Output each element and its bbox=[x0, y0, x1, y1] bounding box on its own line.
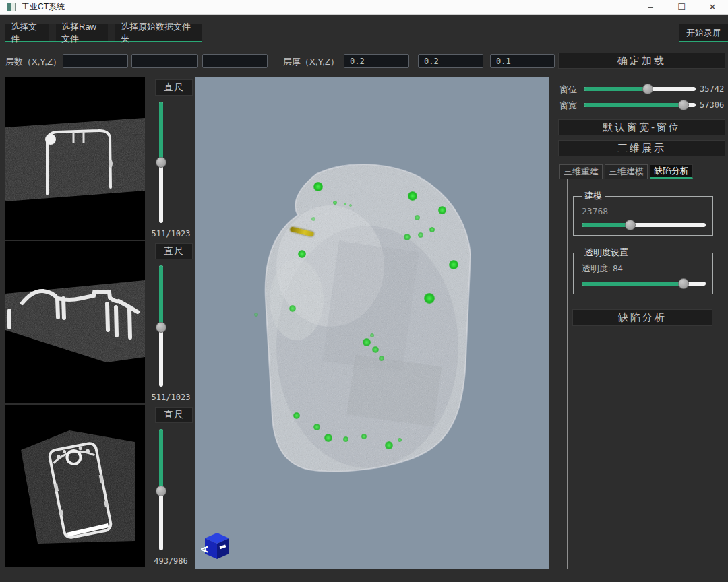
defect-marker bbox=[361, 434, 367, 439]
slice-slider-1: 直尺 511/1023 bbox=[146, 77, 195, 240]
tab-defect-analysis[interactable]: 缺陷分析 bbox=[650, 164, 693, 179]
defect-marker bbox=[408, 191, 417, 201]
defect-marker bbox=[313, 182, 323, 191]
defect-marker bbox=[293, 412, 300, 419]
modeling-slider-knob[interactable] bbox=[625, 220, 636, 230]
opacity-group-title: 透明度设置 bbox=[582, 247, 631, 259]
defect-marker bbox=[311, 217, 315, 221]
close-icon[interactable]: ✕ bbox=[697, 0, 728, 15]
layers-z-input[interactable] bbox=[202, 54, 268, 68]
ruler-button-1[interactable]: 直尺 bbox=[155, 79, 193, 96]
defect-marker bbox=[438, 206, 446, 214]
modeling-group-title: 建模 bbox=[582, 190, 605, 202]
opacity-slider-knob[interactable] bbox=[678, 278, 689, 289]
slice-index-1: 511/1023 bbox=[146, 229, 195, 238]
thickness-y-input[interactable] bbox=[418, 54, 483, 68]
ct-slice-view-2[interactable] bbox=[5, 241, 145, 403]
window-level-slider[interactable] bbox=[584, 87, 696, 91]
defect-marker bbox=[363, 338, 371, 346]
slice-row-1: 直尺 511/1023 bbox=[5, 77, 195, 240]
analysis-tabs: 三维重建 三维建模 缺陷分析 bbox=[559, 164, 693, 179]
slice-slider-3: 直尺 493/986 bbox=[146, 405, 195, 567]
defect-marker bbox=[415, 215, 420, 220]
window-level-label: 窗位 bbox=[559, 84, 577, 96]
select-raw-file-button[interactable]: 选择Raw文件 bbox=[56, 24, 108, 41]
slice-slider-knob-3[interactable] bbox=[156, 486, 166, 496]
metal-artifact-marker bbox=[290, 226, 315, 237]
window-width-value: 57306 bbox=[700, 100, 724, 110]
select-file-button[interactable]: 选择文件 bbox=[5, 24, 49, 41]
ct-slice-view-3[interactable] bbox=[5, 405, 145, 567]
layers-y-input[interactable] bbox=[131, 54, 198, 68]
defect-marker bbox=[344, 203, 346, 205]
slice-slider-2: 直尺 511/1023 bbox=[146, 241, 195, 403]
minimize-icon[interactable]: – bbox=[635, 0, 666, 15]
slice-slider-track-2[interactable] bbox=[159, 265, 163, 387]
window-width-slider[interactable] bbox=[584, 103, 696, 107]
opacity-value-label: 透明度: 84 bbox=[582, 263, 706, 275]
window-level-knob[interactable] bbox=[642, 84, 653, 94]
modeling-group: 建模 23768 bbox=[573, 190, 713, 236]
thickness-z-input[interactable] bbox=[490, 54, 555, 68]
thickness-label: 层厚（X,Y,Z） bbox=[283, 56, 339, 68]
default-window-button[interactable]: 默认窗宽-窗位 bbox=[558, 119, 725, 135]
vendor-logo-cube: A bbox=[201, 530, 231, 560]
industrial-ct-app: 工业CT系统 – ☐ ✕ 选择文件 选择Raw文件 选择原始数据文件夹 开始录屏… bbox=[0, 0, 728, 582]
start-recording-button[interactable]: 开始录屏 bbox=[679, 24, 728, 41]
logo-letter: A bbox=[201, 546, 210, 553]
defect-marker bbox=[404, 234, 411, 240]
defect-marker bbox=[398, 438, 402, 442]
defect-marker bbox=[333, 201, 337, 205]
defect-analysis-panel: 建模 23768 透明度设置 透明度: 84 bbox=[567, 179, 719, 569]
slice-slider-knob-2[interactable] bbox=[156, 322, 166, 333]
defect-marker bbox=[370, 333, 374, 337]
record-toolbar: 开始录屏 bbox=[679, 24, 728, 42]
defect-marker bbox=[449, 260, 458, 269]
display-3d-button[interactable]: 三维展示 bbox=[558, 140, 725, 156]
defect-layer bbox=[195, 77, 549, 569]
title-bar: 工业CT系统 – ☐ ✕ bbox=[0, 0, 728, 15]
defect-marker bbox=[424, 293, 435, 304]
defect-marker bbox=[379, 356, 384, 361]
slice-index-2: 511/1023 bbox=[146, 393, 195, 402]
defect-marker bbox=[343, 437, 348, 442]
window-width-label: 窗宽 bbox=[559, 100, 577, 112]
slice-row-3: 直尺 493/986 bbox=[5, 405, 195, 567]
thickness-x-input[interactable] bbox=[344, 54, 409, 68]
slice-row-2: 直尺 511/1023 bbox=[5, 241, 195, 403]
modeling-slider[interactable] bbox=[582, 223, 706, 227]
defect-marker bbox=[385, 441, 393, 449]
window-width-knob[interactable] bbox=[678, 100, 689, 110]
ruler-button-3[interactable]: 直尺 bbox=[155, 407, 193, 423]
ct-slice-view-1[interactable] bbox=[5, 77, 145, 240]
slice-slider-track-3[interactable] bbox=[159, 429, 163, 550]
defect-marker bbox=[289, 305, 296, 312]
slice-slider-knob-1[interactable] bbox=[156, 157, 166, 168]
tab-3d-modeling[interactable]: 三维建模 bbox=[605, 164, 648, 179]
defect-marker bbox=[372, 346, 379, 353]
defect-marker bbox=[429, 227, 435, 232]
defect-marker bbox=[254, 313, 258, 317]
confirm-load-button[interactable]: 确定加载 bbox=[558, 53, 725, 69]
opacity-slider[interactable] bbox=[582, 282, 706, 286]
ruler-button-2[interactable]: 直尺 bbox=[155, 243, 193, 259]
defect-marker bbox=[349, 204, 352, 207]
slice-slider-track-1[interactable] bbox=[159, 102, 163, 223]
defect-marker bbox=[418, 232, 423, 238]
file-toolbar: 选择文件 选择Raw文件 选择原始数据文件夹 bbox=[5, 24, 202, 42]
opacity-group: 透明度设置 透明度: 84 bbox=[573, 247, 713, 294]
window-level-value: 35742 bbox=[700, 84, 724, 94]
layers-x-input[interactable] bbox=[63, 54, 128, 68]
maximize-icon[interactable]: ☐ bbox=[666, 0, 697, 15]
render-viewport-3d[interactable]: A bbox=[195, 77, 549, 569]
defect-analysis-button[interactable]: 缺陷分析 bbox=[572, 309, 712, 326]
defect-marker bbox=[324, 434, 332, 442]
defect-marker bbox=[298, 250, 306, 258]
select-raw-folder-button[interactable]: 选择原始数据文件夹 bbox=[115, 24, 202, 41]
modeling-value: 23768 bbox=[582, 206, 706, 216]
window-controls: – ☐ ✕ bbox=[635, 0, 728, 15]
slice-index-3: 493/986 bbox=[146, 556, 195, 566]
defect-marker bbox=[313, 424, 320, 430]
tab-3d-reconstruction[interactable]: 三维重建 bbox=[559, 164, 603, 179]
layers-label: 层数（X,Y,Z） bbox=[5, 56, 61, 68]
